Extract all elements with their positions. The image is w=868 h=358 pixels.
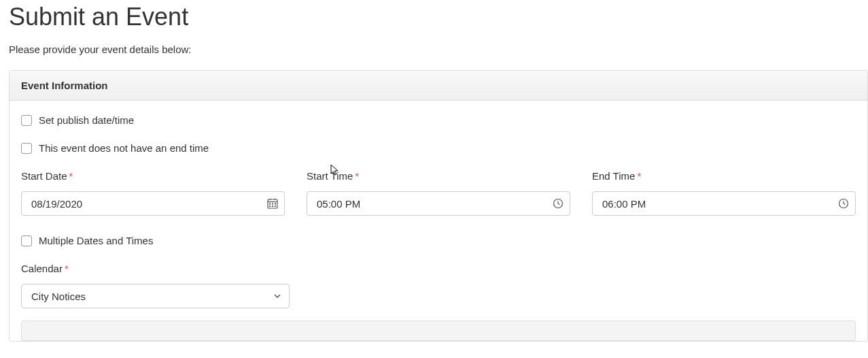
date-time-row: Start Date* Start Time* xyxy=(21,170,856,216)
event-info-panel: Event Information Set publish date/time … xyxy=(9,70,868,342)
required-marker: * xyxy=(65,263,69,274)
end-time-input[interactable] xyxy=(592,191,856,216)
page-subtitle: Please provide your event details below: xyxy=(9,44,868,55)
start-time-input[interactable] xyxy=(307,191,570,216)
calendar-select-wrap: City Notices xyxy=(21,284,290,308)
multiple-checkbox-label[interactable]: Multiple Dates and Times xyxy=(39,235,153,246)
content-block xyxy=(21,321,856,341)
start-date-input-wrap xyxy=(21,191,285,216)
publish-checkbox-label[interactable]: Set publish date/time xyxy=(39,114,134,126)
multiple-checkbox[interactable] xyxy=(21,235,32,246)
publish-checkbox-row: Set publish date/time xyxy=(21,114,856,126)
end-time-field: End Time* xyxy=(592,170,856,216)
calendar-select[interactable]: City Notices xyxy=(21,284,290,308)
start-time-label: Start Time* xyxy=(307,170,570,182)
panel-header: Event Information xyxy=(10,71,867,101)
start-date-field: Start Date* xyxy=(21,170,285,216)
start-time-field: Start Time* xyxy=(307,170,570,216)
no-end-checkbox[interactable] xyxy=(21,143,32,154)
no-end-checkbox-row: This event does not have an end time xyxy=(21,142,856,154)
start-date-label: Start Date* xyxy=(21,170,285,182)
no-end-checkbox-label[interactable]: This event does not have an end time xyxy=(39,142,209,154)
start-date-input[interactable] xyxy=(21,191,285,216)
required-marker: * xyxy=(637,170,641,182)
start-time-input-wrap xyxy=(307,191,570,216)
calendar-field: Calendar* City Notices xyxy=(21,263,856,308)
required-marker: * xyxy=(69,170,73,182)
publish-checkbox[interactable] xyxy=(21,115,32,126)
end-time-input-wrap xyxy=(592,191,856,216)
required-marker: * xyxy=(355,170,359,182)
multiple-checkbox-row: Multiple Dates and Times xyxy=(21,235,856,246)
panel-body: Set publish date/time This event does no… xyxy=(10,101,867,341)
calendar-label: Calendar* xyxy=(21,263,856,274)
page-title: Submit an Event xyxy=(9,3,868,31)
end-time-label: End Time* xyxy=(592,170,856,182)
